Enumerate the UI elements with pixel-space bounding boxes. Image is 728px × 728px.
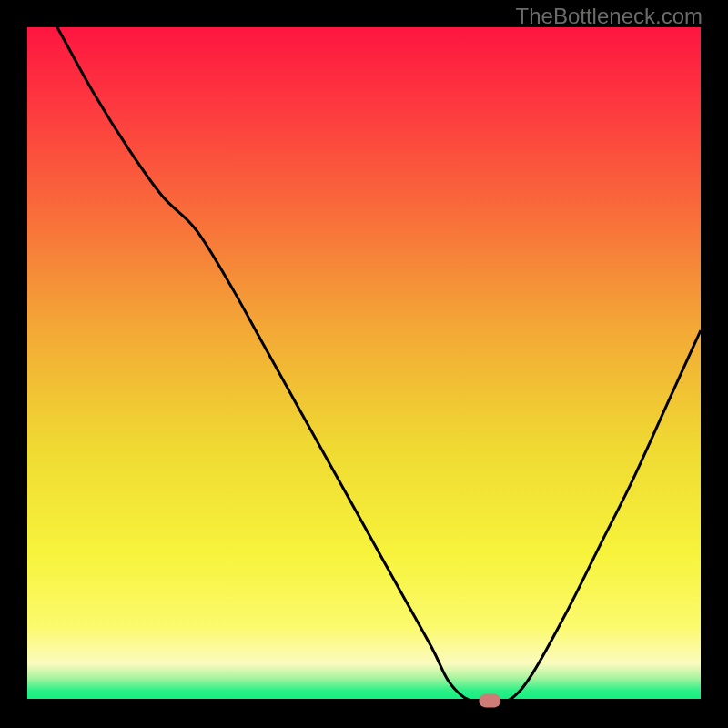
chart-frame: TheBottleneck.com (0, 0, 728, 728)
optimal-marker (480, 694, 501, 708)
plot-background (27, 27, 701, 701)
x-axis-line (27, 699, 701, 701)
bottleneck-curve-chart (0, 0, 728, 728)
